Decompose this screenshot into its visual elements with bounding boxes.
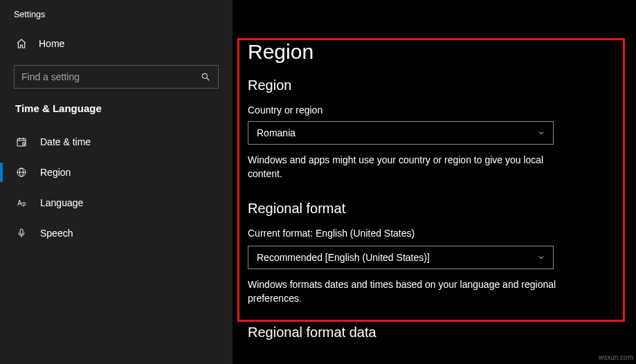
chevron-down-icon (536, 253, 546, 262)
format-heading: Regional format (248, 201, 613, 217)
svg-text:字: 字 (21, 202, 26, 207)
home-label: Home (39, 38, 64, 49)
sidebar-item-label: Speech (40, 228, 73, 239)
format-hint: Windows formats dates and times based on… (248, 277, 566, 306)
home-icon (15, 37, 28, 50)
format-select-value: Recommended [English (United States)] (257, 252, 430, 263)
language-icon: 字 (15, 197, 28, 209)
current-format-line: Current format: English (United States) (248, 228, 613, 239)
svg-rect-14 (20, 229, 23, 234)
sidebar-item-label: Region (40, 167, 71, 178)
sidebar: Settings Home Time & Language (0, 0, 233, 364)
region-heading: Region (248, 78, 613, 93)
search-box[interactable] (14, 65, 219, 89)
svg-line-1 (207, 78, 210, 81)
format-select[interactable]: Recommended [English (United States)] (248, 246, 554, 269)
sidebar-nav: Date & time Region 字 Language (0, 127, 233, 248)
current-format-prefix: Current format: (248, 228, 316, 239)
country-label: Country or region (248, 104, 613, 116)
country-select-value: Romania (257, 127, 296, 138)
sidebar-item-label: Language (40, 197, 83, 208)
main-content: Region Region Country or region Romania … (233, 0, 636, 364)
sidebar-item-label: Date & time (40, 136, 91, 147)
section-label: Time & Language (0, 100, 233, 127)
svg-line-8 (24, 144, 24, 145)
calendar-icon (15, 136, 28, 148)
country-hint: Windows and apps might use your country … (248, 153, 566, 181)
home-button[interactable]: Home (0, 32, 233, 55)
sidebar-item-date-time[interactable]: Date & time (0, 127, 233, 157)
content-scroll: Region Region Country or region Romania … (233, 0, 613, 340)
search-wrap (0, 65, 233, 100)
page-title: Region (248, 40, 613, 64)
current-format-value: English (United States) (316, 228, 415, 239)
watermark: wsxun.com (599, 354, 633, 361)
svg-point-0 (202, 73, 207, 78)
settings-app: Settings Home Time & Language (0, 0, 636, 364)
sidebar-item-speech[interactable]: Speech (0, 218, 233, 248)
app-title: Settings (0, 7, 233, 32)
search-icon (200, 71, 211, 82)
sidebar-item-region[interactable]: Region (0, 157, 233, 188)
country-select[interactable]: Romania (248, 121, 554, 145)
microphone-icon (15, 227, 28, 239)
globe-icon (15, 166, 28, 179)
format-data-heading: Regional format data (248, 325, 613, 340)
chevron-down-icon (536, 128, 546, 138)
search-input[interactable] (21, 71, 200, 82)
sidebar-item-language[interactable]: 字 Language (0, 188, 233, 218)
